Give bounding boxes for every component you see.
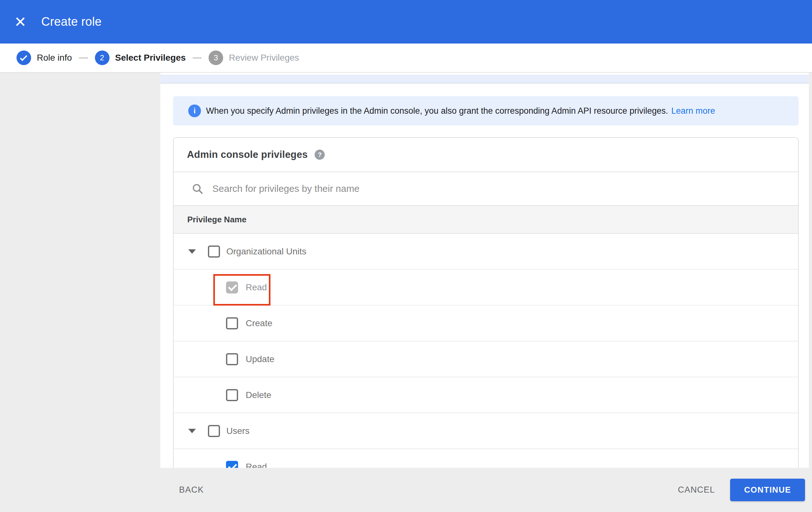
checkbox-read-users-checked[interactable] <box>226 461 238 468</box>
help-icon[interactable]: ? <box>315 150 325 160</box>
step-1-circle <box>17 51 31 65</box>
step-review-privileges[interactable]: 3 Review Privileges <box>208 51 299 65</box>
table-header-row: Privilege Name <box>174 205 798 234</box>
info-banner-text: When you specify Admin privileges in the… <box>206 106 668 116</box>
stepper: Role info 2 Select Privileges 3 Review P… <box>0 44 812 73</box>
privilege-row-read-ou[interactable]: Read <box>174 270 798 305</box>
card-title-row: Admin console privileges ? <box>174 138 798 172</box>
privilege-label: Read <box>246 462 267 468</box>
checkbox-users[interactable] <box>208 425 220 437</box>
footer-bar: BACK CANCEL CONTINUE <box>0 468 812 512</box>
back-button[interactable]: BACK <box>179 485 204 495</box>
privilege-row-read-users[interactable]: Read <box>174 449 798 468</box>
checkbox-delete[interactable] <box>226 389 238 401</box>
step-1-label: Role info <box>37 53 72 63</box>
step-3-label: Review Privileges <box>229 53 299 63</box>
step-dash <box>79 57 88 58</box>
card-title: Admin console privileges <box>187 149 308 160</box>
privilege-row-update[interactable]: Update <box>174 342 798 377</box>
step-2-label: Select Privileges <box>115 53 186 63</box>
privilege-row-users[interactable]: Users <box>174 413 798 449</box>
privilege-label: Delete <box>246 390 271 400</box>
checkbox-create[interactable] <box>226 317 238 329</box>
close-icon: ✕ <box>14 15 27 29</box>
check-icon <box>20 53 27 61</box>
privilege-label: Update <box>246 354 274 364</box>
scrolled-row-strip <box>160 75 809 84</box>
info-banner: i When you specify Admin privileges in t… <box>173 96 799 126</box>
collapse-caret-icon[interactable] <box>188 249 196 254</box>
checkbox-organizational-units[interactable] <box>208 245 220 258</box>
step-select-privileges[interactable]: 2 Select Privileges <box>95 51 186 65</box>
step-role-info[interactable]: Role info <box>17 51 72 65</box>
search-input[interactable] <box>212 183 798 194</box>
create-role-dialog: ✕ Create role Role info 2 Select Privile… <box>0 0 812 512</box>
privilege-label: Create <box>246 318 272 328</box>
cancel-button[interactable]: CANCEL <box>678 485 715 495</box>
checkbox-update[interactable] <box>226 353 238 365</box>
privilege-label: Users <box>226 426 250 436</box>
privilege-row-organizational-units[interactable]: Organizational Units <box>174 234 798 270</box>
search-icon <box>192 183 203 195</box>
privilege-label: Read <box>246 282 267 293</box>
appbar: ✕ Create role <box>0 0 812 44</box>
privilege-row-delete[interactable]: Delete <box>174 377 798 413</box>
privilege-row-create[interactable]: Create <box>174 305 798 342</box>
step-3-circle: 3 <box>208 51 223 65</box>
content-panel: i When you specify Admin privileges in t… <box>160 73 809 468</box>
learn-more-link[interactable]: Learn more <box>671 106 715 116</box>
admin-console-privileges-card: Admin console privileges ? Privilege Nam… <box>173 137 799 468</box>
info-icon: i <box>188 105 201 117</box>
close-button[interactable]: ✕ <box>9 10 32 33</box>
privilege-label: Organizational Units <box>226 246 306 257</box>
step-dash <box>193 57 202 58</box>
column-header-privilege-name: Privilege Name <box>187 215 246 224</box>
dialog-title: Create role <box>41 15 102 29</box>
checkbox-read-checked-disabled[interactable] <box>226 281 238 294</box>
continue-button[interactable]: CONTINUE <box>730 479 805 501</box>
privilege-search-row <box>174 172 798 205</box>
collapse-caret-icon[interactable] <box>188 429 196 433</box>
step-2-circle: 2 <box>95 51 110 65</box>
